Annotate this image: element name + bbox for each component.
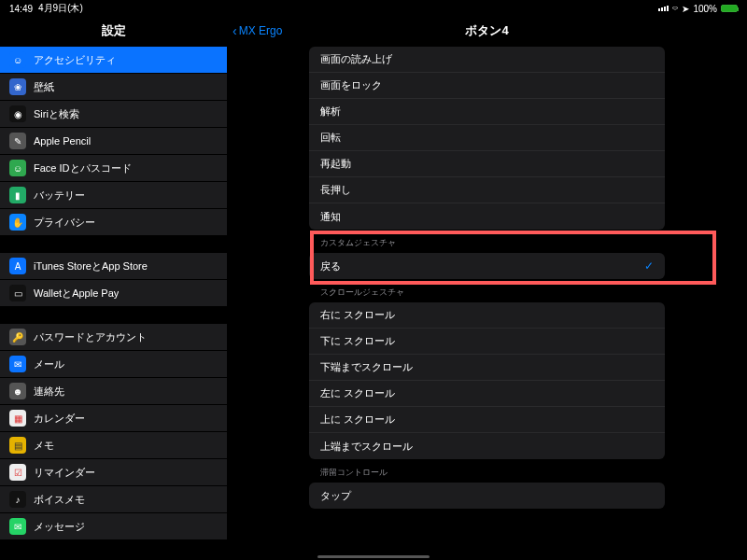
sidebar-item-label: プライバシー: [34, 216, 95, 230]
option-cell[interactable]: 長押し: [309, 177, 665, 203]
sidebar-item-voicememos[interactable]: ♪ボイスメモ: [0, 486, 227, 513]
notes-icon: ▤: [9, 437, 26, 454]
sidebar-item-label: アクセシビリティ: [34, 53, 116, 67]
sidebar-item-passwords[interactable]: 🔑パスワードとアカウント: [0, 324, 227, 351]
sidebar-item-wallpaper[interactable]: ❀壁紙: [0, 74, 227, 101]
sidebar-item-label: ボイスメモ: [34, 493, 85, 507]
option-label: 画面をロック: [320, 78, 382, 92]
status-date: 4月9日(木): [38, 2, 83, 15]
sidebar-group-1: ☺ アクセシビリティ ❀壁紙 ◉Siriと検索 ✎Apple Pencil ☺F…: [0, 47, 227, 236]
option-cell[interactable]: 下に スクロール: [309, 329, 665, 355]
option-cell[interactable]: 上に スクロール: [309, 407, 665, 433]
sidebar-item-label: メッセージ: [34, 520, 85, 534]
signal-icon: [658, 6, 669, 11]
chevron-left-icon: ‹: [233, 24, 237, 37]
sidebar-item-label: 連絡先: [34, 385, 64, 399]
messages-icon: ✉: [9, 518, 26, 535]
sidebar-item-pencil[interactable]: ✎Apple Pencil: [0, 128, 227, 155]
mail-icon: ✉: [9, 356, 26, 372]
option-label: 再起動: [320, 157, 351, 171]
sidebar-item-label: バッテリー: [34, 189, 85, 203]
reminders-icon: ☑: [9, 464, 26, 481]
option-label: 右に スクロール: [320, 308, 395, 322]
sidebar-item-contacts[interactable]: ☻連絡先: [0, 378, 227, 405]
battery-settings-icon: ▮: [9, 187, 26, 203]
options-group-scroll: 右に スクロール 下に スクロール 下端までスクロール 左に スクロール 上に …: [309, 302, 665, 459]
appstore-icon: A: [9, 258, 26, 274]
sidebar-item-accessibility[interactable]: ☺ アクセシビリティ: [0, 47, 227, 74]
sidebar-item-reminders[interactable]: ☑リマインダー: [0, 459, 227, 486]
privacy-icon: ✋: [9, 214, 26, 231]
contacts-icon: ☻: [9, 383, 26, 399]
home-indicator[interactable]: [317, 555, 430, 558]
option-cell[interactable]: 解析: [309, 99, 665, 125]
sidebar-item-siri[interactable]: ◉Siriと検索: [0, 101, 227, 128]
section-header-custom: カスタムジェスチャ: [227, 230, 747, 253]
sidebar-item-label: 壁紙: [34, 80, 54, 94]
option-cell[interactable]: 上端までスクロール: [309, 433, 665, 459]
detail-pane: ‹ MX Ergo ボタン4 画面の読み上げ 画面をロック 解析 回転 再起動 …: [227, 17, 747, 560]
sidebar-item-privacy[interactable]: ✋プライバシー: [0, 209, 227, 236]
battery-percent: 100%: [693, 4, 717, 14]
option-cell[interactable]: 画面をロック: [309, 73, 665, 99]
sidebar-item-label: WalletとApple Pay: [34, 287, 119, 301]
sidebar-title: 設定: [0, 17, 227, 47]
sidebar-item-notes[interactable]: ▤メモ: [0, 432, 227, 459]
status-right: ⌔ ➤ 100%: [658, 4, 738, 14]
sidebar-item-label: メモ: [34, 439, 54, 453]
option-label: 長押し: [320, 183, 351, 197]
voicememos-icon: ♪: [9, 491, 26, 508]
option-cell[interactable]: 回転: [309, 125, 665, 151]
option-label: 左に スクロール: [320, 386, 395, 400]
option-label: 回転: [320, 131, 341, 145]
sidebar-item-label: iTunes StoreとApp Store: [34, 259, 148, 273]
faceid-icon: ☺: [9, 160, 26, 176]
option-cell[interactable]: 下端までスクロール: [309, 355, 665, 381]
wifi-icon: ⌔: [672, 4, 678, 14]
wallet-icon: ▭: [9, 285, 26, 301]
option-cell[interactable]: 右に スクロール: [309, 302, 665, 329]
option-cell[interactable]: 画面の読み上げ: [309, 47, 665, 73]
option-cell[interactable]: 通知: [309, 203, 665, 230]
sidebar-item-faceid[interactable]: ☺Face IDとパスコード: [0, 155, 227, 182]
option-label: 下端までスクロール: [320, 360, 413, 374]
option-label: タップ: [320, 489, 351, 503]
sidebar-item-label: パスワードとアカウント: [34, 330, 147, 344]
sidebar-group-2: AiTunes StoreとApp Store ▭WalletとApple Pa…: [0, 253, 227, 307]
sidebar-item-mail[interactable]: ✉メール: [0, 351, 227, 378]
options-group-dwell: タップ: [309, 483, 665, 509]
option-label: 解析: [320, 105, 341, 119]
status-time: 14:49: [9, 4, 33, 14]
option-label: 戻る: [320, 259, 341, 273]
sidebar-item-messages[interactable]: ✉メッセージ: [0, 513, 227, 540]
sidebar-item-label: Siriと検索: [34, 107, 79, 121]
option-cell-back-gesture[interactable]: 戻る ✓: [309, 253, 665, 279]
sidebar-item-itunes[interactable]: AiTunes StoreとApp Store: [0, 253, 227, 280]
sidebar-item-calendar[interactable]: ▦カレンダー: [0, 405, 227, 432]
checkmark-icon: ✓: [644, 259, 654, 273]
sidebar-item-label: カレンダー: [34, 412, 85, 426]
wallpaper-icon: ❀: [9, 78, 26, 95]
back-button[interactable]: ‹ MX Ergo: [227, 24, 282, 37]
option-label: 上端までスクロール: [320, 440, 413, 454]
back-label: MX Ergo: [239, 24, 283, 37]
location-icon: ➤: [682, 4, 689, 14]
option-cell[interactable]: 左に スクロール: [309, 381, 665, 407]
option-cell[interactable]: タップ: [309, 483, 665, 509]
sidebar-item-battery[interactable]: ▮バッテリー: [0, 182, 227, 209]
options-group-0: 画面の読み上げ 画面をロック 解析 回転 再起動 長押し 通知: [309, 47, 665, 230]
section-header-scroll: スクロールジェスチャ: [227, 279, 747, 302]
sidebar: 設定 ☺ アクセシビリティ ❀壁紙 ◉Siriと検索 ✎Apple Pencil…: [0, 17, 227, 560]
key-icon: 🔑: [9, 329, 26, 345]
page-title: ボタン4: [227, 22, 747, 39]
pencil-icon: ✎: [9, 133, 26, 149]
sidebar-item-wallet[interactable]: ▭WalletとApple Pay: [0, 280, 227, 307]
sidebar-item-label: リマインダー: [34, 466, 95, 480]
options-group-custom: 戻る ✓: [309, 253, 665, 279]
battery-icon: [721, 5, 738, 12]
sidebar-item-label: Apple Pencil: [34, 135, 91, 147]
section-header-dwell: 滞留コントロール: [227, 459, 747, 483]
siri-icon: ◉: [9, 105, 26, 122]
option-label: 通知: [320, 210, 341, 224]
option-cell[interactable]: 再起動: [309, 151, 665, 177]
